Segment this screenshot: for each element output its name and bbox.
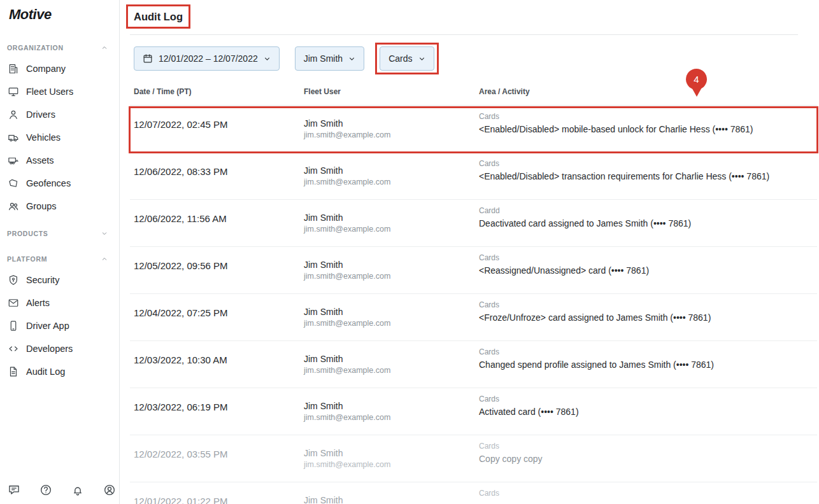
sidebar-item-fleet-users[interactable]: Fleet Users (0, 80, 119, 103)
area-filter[interactable]: Cards (380, 46, 434, 71)
row-area: Cards (479, 489, 817, 498)
sidebar-item-label: Vehicles (26, 132, 61, 143)
code-icon (8, 343, 19, 354)
row-datetime: 12/04/2022, 07:25 PM (134, 294, 304, 340)
row-area: Cards (479, 395, 817, 403)
row-area: Cards (479, 159, 817, 168)
sidebar-item-label: Drivers (26, 109, 55, 120)
sidebar-item-audit-log[interactable]: Audit Log (0, 360, 119, 383)
monitor-icon (8, 86, 19, 97)
row-user-name: Jim Smith (304, 307, 479, 317)
section-label-organization: ORGANIZATION (7, 44, 64, 52)
row-user-name: Jim Smith (304, 354, 479, 364)
row-datetime: 12/06/2022, 08:33 PM (134, 153, 304, 199)
row-user-email: jim.smith@example.com (304, 460, 479, 469)
sidebar-item-developers[interactable]: Developers (0, 337, 119, 360)
chevron-up-icon (101, 45, 108, 51)
sidebar-item-label: Alerts (26, 298, 50, 308)
sidebar-item-driver-app[interactable]: Driver App (0, 314, 119, 337)
main-content: Audit Log 12/01/2022 – 12/07/2022 Jim Sm… (120, 0, 819, 504)
page-title: Audit Log (134, 9, 183, 24)
sidebar-item-security[interactable]: Security (0, 269, 119, 291)
sidebar-item-label: Developers (26, 344, 73, 354)
help-icon[interactable] (38, 482, 53, 498)
polygon-icon (8, 178, 19, 189)
row-datetime: 12/02/2022, 03:55 PM (134, 435, 304, 482)
sidebar-item-label: Groups (26, 201, 57, 211)
envelope-icon (8, 297, 19, 309)
row-activity: <Froze/Unfroze> card assigned to James S… (479, 312, 817, 323)
row-area: Cards (479, 300, 817, 309)
sidebar-item-company[interactable]: Company (0, 57, 119, 80)
row-user-name: Jim Smith (304, 260, 479, 270)
sidebar-item-geofences[interactable]: Geofences (0, 172, 119, 195)
sidebar-item-label: Assets (26, 155, 54, 165)
row-activity: Changed spend profile assigned to James … (479, 360, 817, 370)
table-row: 12/04/2022, 07:25 PM Jim Smith jim.smith… (130, 294, 817, 341)
row-user-email: jim.smith@example.com (304, 225, 479, 234)
fleet-user-filter[interactable]: Jim Smith (295, 46, 364, 71)
table-row: 12/03/2022, 06:19 PM Jim Smith jim.smith… (130, 388, 817, 435)
sidebar-section-products[interactable]: PRODUCTS (0, 224, 119, 243)
row-area: Cards (479, 112, 817, 121)
sidebar-item-label: Driver App (26, 321, 69, 331)
sidebar-item-vehicles[interactable]: Vehicles (0, 126, 119, 149)
sidebar: Motive ORGANIZATION Company Fleet Users … (0, 0, 120, 504)
truck-icon (8, 132, 19, 143)
sidebar-section-organization[interactable]: ORGANIZATION (0, 38, 119, 57)
row-user-email: jim.smith@example.com (304, 272, 479, 281)
sidebar-item-label: Company (26, 64, 66, 74)
document-icon (8, 366, 19, 377)
company-icon (8, 63, 19, 74)
table-row: 12/06/2022, 08:33 PM Jim Smith jim.smith… (130, 153, 817, 200)
section-label-platform: PLATFORM (7, 255, 47, 263)
row-user-name: Jim Smith (304, 118, 479, 129)
chevron-up-icon (101, 256, 108, 262)
app-window: Motive ORGANIZATION Company Fleet Users … (0, 0, 819, 504)
sidebar-footer (6, 482, 117, 498)
row-datetime: 12/01/2022, 01:22 PM (134, 482, 304, 504)
row-area: Cardd (479, 206, 817, 215)
people-icon (8, 200, 19, 212)
notifications-bell-icon[interactable] (70, 482, 85, 498)
row-datetime: 12/03/2022, 06:19 PM (134, 388, 304, 435)
row-user-email: jim.smith@example.com (304, 366, 479, 375)
chevron-down-icon (418, 55, 425, 62)
shield-icon (8, 274, 19, 286)
sidebar-item-assets[interactable]: Assets (0, 149, 119, 172)
filter-bar: 12/01/2022 – 12/07/2022 Jim Smith Cards (134, 46, 817, 71)
row-area: Cards (479, 347, 817, 356)
row-user-name: Jim Smith (304, 495, 479, 504)
motive-logo[interactable]: Motive (0, 0, 119, 29)
table-row: 12/05/2022, 09:56 PM Jim Smith jim.smith… (130, 247, 817, 294)
column-header-area-activity: Area / Activity (479, 87, 817, 96)
chevron-down-icon (348, 55, 355, 62)
row-user-email: jim.smith@example.com (304, 178, 479, 186)
row-activity: Deactivated card assigned to James Smith… (479, 218, 817, 228)
sidebar-section-platform[interactable]: PLATFORM (0, 249, 119, 269)
sidebar-item-label: Security (26, 275, 59, 285)
fleet-user-filter-value: Jim Smith (304, 53, 343, 64)
column-header-fleet-user: Fleet User (304, 87, 479, 96)
table-row: 12/03/2022, 10:30 AM Jim Smith jim.smith… (130, 341, 817, 388)
sidebar-item-label: Audit Log (26, 367, 65, 377)
row-activity: Copy copy copy (479, 454, 817, 464)
area-filter-value: Cards (388, 53, 412, 64)
row-user-name: Jim Smith (304, 401, 479, 411)
row-area: Cards (479, 253, 817, 262)
step-number: 4 (694, 74, 699, 85)
row-activity: <Enabled/Disabled> mobile-based unlock f… (479, 124, 817, 134)
trailer-icon (8, 155, 19, 166)
row-datetime: 12/06/2022, 11:56 AM (134, 200, 304, 246)
account-icon[interactable] (102, 482, 117, 498)
feedback-icon[interactable] (6, 482, 22, 498)
sidebar-item-groups[interactable]: Groups (0, 195, 119, 218)
chevron-down-icon (101, 230, 108, 237)
calendar-icon (143, 53, 153, 64)
sidebar-item-drivers[interactable]: Drivers (0, 103, 119, 126)
date-range-filter[interactable]: 12/01/2022 – 12/07/2022 (134, 46, 280, 71)
person-icon (8, 109, 19, 120)
sidebar-item-alerts[interactable]: Alerts (0, 291, 119, 314)
table-row: 12/02/2022, 03:55 PM Jim Smith jim.smith… (130, 435, 817, 482)
row-area: Cards (479, 442, 817, 451)
